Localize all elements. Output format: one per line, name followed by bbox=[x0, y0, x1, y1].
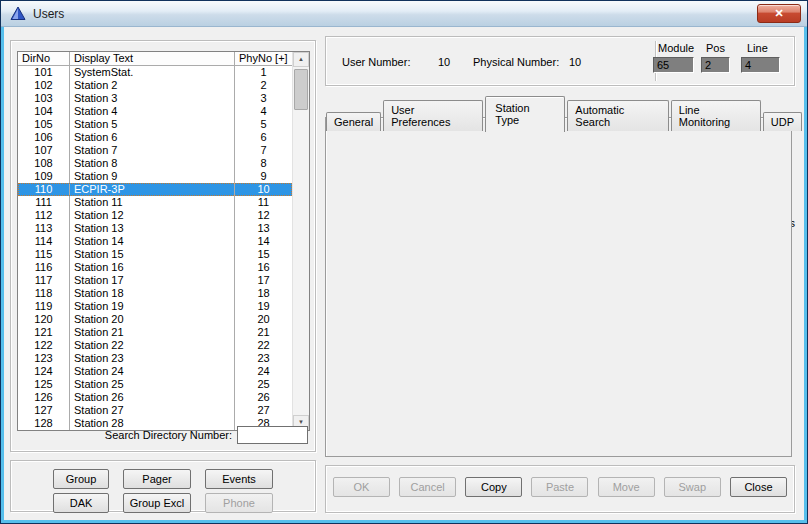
cell-display-text: Station 16 bbox=[70, 261, 235, 274]
cell-dirno: 103 bbox=[18, 92, 70, 105]
table-row[interactable]: 109 Station 9 9 bbox=[18, 170, 292, 183]
cell-dirno: 111 bbox=[18, 196, 70, 209]
close-button[interactable]: ✕ bbox=[757, 4, 801, 23]
cell-display-text: SystemStat. bbox=[70, 66, 235, 79]
table-row[interactable]: 104 Station 4 4 bbox=[18, 105, 292, 118]
panel-button[interactable]: Group Excl bbox=[123, 493, 191, 513]
cell-dirno: 107 bbox=[18, 144, 70, 157]
user-list-table: DirNo Display Text PhyNo [+] 101 SystemS… bbox=[18, 52, 292, 430]
table-row[interactable]: 118 Station 18 18 bbox=[18, 287, 292, 300]
action-button[interactable]: Copy bbox=[465, 477, 522, 497]
column-header-dirno[interactable]: DirNo bbox=[18, 52, 70, 65]
table-row[interactable]: 120 Station 20 20 bbox=[18, 313, 292, 326]
cell-phyno: 4 bbox=[235, 105, 292, 118]
table-row[interactable]: 123 Station 23 23 bbox=[18, 352, 292, 365]
tab[interactable]: User Preferences bbox=[383, 100, 483, 131]
cell-display-text: Station 9 bbox=[70, 170, 235, 183]
cell-phyno: 12 bbox=[235, 209, 292, 222]
cell-display-text: Station 11 bbox=[70, 196, 235, 209]
table-body: 101 SystemStat. 1 102 Station 2 2 bbox=[18, 66, 292, 430]
table-row[interactable]: 115 Station 15 15 bbox=[18, 248, 292, 261]
table-row[interactable]: 127 Station 27 27 bbox=[18, 404, 292, 417]
table-row[interactable]: 106 Station 6 6 bbox=[18, 131, 292, 144]
action-button[interactable]: Paste bbox=[531, 477, 588, 497]
app-icon bbox=[10, 6, 26, 21]
cell-phyno: 19 bbox=[235, 300, 292, 313]
tab[interactable]: Station Type bbox=[485, 96, 565, 132]
action-button[interactable]: Close bbox=[730, 477, 787, 497]
cell-dirno: 105 bbox=[18, 118, 70, 131]
cell-phyno: 18 bbox=[235, 287, 292, 300]
tab[interactable]: Automatic Search bbox=[567, 100, 668, 131]
table-row[interactable]: 121 Station 21 21 bbox=[18, 326, 292, 339]
module-value: 65 bbox=[653, 57, 694, 73]
table-row[interactable]: 126 Station 26 26 bbox=[18, 391, 292, 404]
tab[interactable]: Line Monitoring bbox=[671, 100, 761, 131]
cell-dirno: 112 bbox=[18, 209, 70, 222]
table-row[interactable]: 112 Station 12 12 bbox=[18, 209, 292, 222]
table-row[interactable]: 117 Station 17 17 bbox=[18, 274, 292, 287]
table-row[interactable]: 107 Station 7 7 bbox=[18, 144, 292, 157]
cell-display-text: Station 15 bbox=[70, 248, 235, 261]
table-row[interactable]: 125 Station 25 25 bbox=[18, 378, 292, 391]
line-label: Line bbox=[747, 42, 768, 54]
users-dialog: Users ✕ DirNo Display Text PhyNo [+] bbox=[0, 0, 808, 524]
cell-dirno: 117 bbox=[18, 274, 70, 287]
cell-display-text: Station 14 bbox=[70, 235, 235, 248]
table-row[interactable]: 105 Station 5 5 bbox=[18, 118, 292, 131]
user-number-label: User Number: bbox=[342, 56, 410, 68]
action-button[interactable]: OK bbox=[333, 477, 390, 497]
cell-display-text: Station 27 bbox=[70, 404, 235, 417]
cell-dirno: 106 bbox=[18, 131, 70, 144]
table-row[interactable]: 122 Station 22 22 bbox=[18, 339, 292, 352]
column-header-phyno[interactable]: PhyNo [+] bbox=[235, 52, 292, 65]
table-row[interactable]: 102 Station 2 2 bbox=[18, 79, 292, 92]
scrollbar-thumb[interactable] bbox=[294, 69, 308, 110]
search-directory-input[interactable] bbox=[237, 426, 308, 444]
button-label: Phone bbox=[223, 497, 255, 509]
table-row[interactable]: 113 Station 13 13 bbox=[18, 222, 292, 235]
cell-dirno: 125 bbox=[18, 378, 70, 391]
tab-label: UDP bbox=[771, 116, 794, 128]
cell-phyno: 1 bbox=[235, 66, 292, 79]
cell-dirno: 115 bbox=[18, 248, 70, 261]
tab[interactable]: UDP bbox=[763, 112, 802, 131]
close-icon: ✕ bbox=[774, 7, 783, 19]
table-row[interactable]: 103 Station 3 3 bbox=[18, 92, 292, 105]
cell-phyno: 8 bbox=[235, 157, 292, 170]
cell-dirno: 101 bbox=[18, 66, 70, 79]
panel-button[interactable]: Events bbox=[205, 469, 273, 489]
panel-button[interactable]: Phone bbox=[205, 493, 273, 513]
cell-display-text: Station 22 bbox=[70, 339, 235, 352]
cell-dirno: 123 bbox=[18, 352, 70, 365]
action-button[interactable]: Move bbox=[598, 477, 655, 497]
table-row[interactable]: 119 Station 19 19 bbox=[18, 300, 292, 313]
list-scrollbar[interactable]: ▲ ▼ bbox=[292, 52, 309, 430]
action-button[interactable]: Cancel bbox=[399, 477, 456, 497]
column-header-display-text[interactable]: Display Text bbox=[70, 52, 235, 65]
action-button[interactable]: Swap bbox=[664, 477, 721, 497]
scroll-up-icon[interactable]: ▲ bbox=[293, 52, 309, 67]
table-row[interactable]: 114 Station 14 14 bbox=[18, 235, 292, 248]
cell-phyno: 10 bbox=[235, 183, 292, 196]
cell-display-text: Station 26 bbox=[70, 391, 235, 404]
cell-dirno: 109 bbox=[18, 170, 70, 183]
table-row[interactable]: 108 Station 8 8 bbox=[18, 157, 292, 170]
panel-button[interactable]: Pager bbox=[123, 469, 191, 489]
table-row[interactable]: 111 Station 11 11 bbox=[18, 196, 292, 209]
table-row[interactable]: 101 SystemStat. 1 bbox=[18, 66, 292, 79]
cell-dirno: 113 bbox=[18, 222, 70, 235]
panel-button[interactable]: Group bbox=[53, 469, 109, 489]
cell-dirno: 128 bbox=[18, 417, 70, 430]
cell-phyno: 16 bbox=[235, 261, 292, 274]
cell-display-text: Station 20 bbox=[70, 313, 235, 326]
table-row[interactable]: 110 ECPIR-3P 10 bbox=[18, 183, 292, 196]
cell-dirno: 114 bbox=[18, 235, 70, 248]
cell-display-text: Station 5 bbox=[70, 118, 235, 131]
cell-dirno: 108 bbox=[18, 157, 70, 170]
tab[interactable]: General bbox=[326, 112, 381, 131]
table-row[interactable]: 124 Station 24 24 bbox=[18, 365, 292, 378]
table-row[interactable]: 116 Station 16 16 bbox=[18, 261, 292, 274]
cell-phyno: 24 bbox=[235, 365, 292, 378]
panel-button[interactable]: DAK bbox=[53, 493, 109, 513]
